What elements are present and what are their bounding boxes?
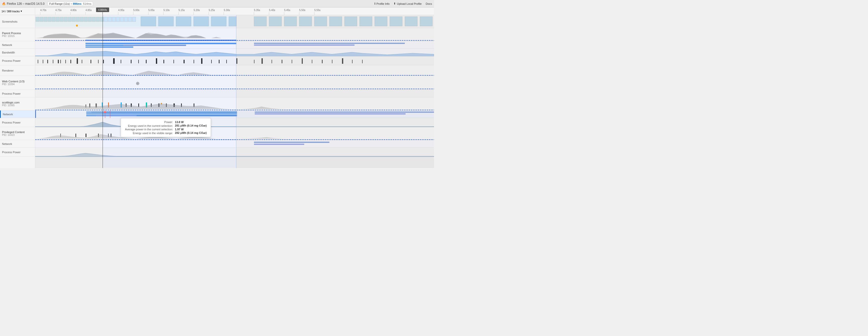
svg-rect-48 <box>76 17 80 22</box>
svg-rect-130 <box>362 60 363 63</box>
range-pill[interactable]: Full Range (11s) > 896ms 514ms <box>48 1 93 6</box>
app-header: 🔥 Firefox 126 – macOS 14.5.0 Full Range … <box>0 0 434 7</box>
profile-info-label: Profile Info <box>376 2 390 5</box>
svg-rect-43 <box>56 17 59 22</box>
svg-rect-51 <box>88 17 92 22</box>
privileged-svg <box>35 127 434 140</box>
svg-rect-101 <box>91 60 91 63</box>
svg-rect-103 <box>103 60 104 63</box>
svg-rect-97 <box>65 60 66 63</box>
upload-button[interactable]: ⬆ Upload Local Profile <box>394 2 422 5</box>
svg-point-63 <box>76 25 78 27</box>
label-process-power-1: Process Power <box>0 56 35 65</box>
svg-rect-175 <box>156 134 157 137</box>
svg-rect-115 <box>211 60 212 63</box>
svg-rect-87 <box>128 43 236 44</box>
svg-rect-123 <box>292 60 292 63</box>
svg-rect-47 <box>72 17 75 22</box>
svg-rect-86 <box>86 46 133 48</box>
svg-rect-129 <box>352 60 352 63</box>
svg-text:4.70s: 4.70s <box>40 9 46 11</box>
svg-rect-165 <box>255 113 406 114</box>
svg-rect-69 <box>229 16 236 26</box>
network-row-1 <box>35 41 434 49</box>
svg-rect-177 <box>186 134 187 137</box>
svg-rect-68 <box>211 16 226 26</box>
power-3-svg <box>35 118 434 127</box>
svg-rect-154 <box>86 115 96 116</box>
svg-rect-107 <box>138 60 139 63</box>
svg-rect-70 <box>254 16 267 26</box>
svg-rect-119 <box>254 60 254 63</box>
timeline-header: 4.70s 4.75s 4.80s 4.85s 4.8844s 4.95s 5.… <box>35 7 434 15</box>
svg-rect-118 <box>236 58 237 64</box>
svg-rect-61 <box>128 17 132 22</box>
svg-text:5.55s: 5.55s <box>314 9 320 11</box>
svg-rect-72 <box>284 16 297 26</box>
svg-rect-71 <box>269 16 282 26</box>
svg-rect-74 <box>314 16 327 26</box>
svg-rect-124 <box>302 58 303 64</box>
info-icon: ℹ <box>374 2 375 5</box>
svg-rect-94 <box>53 60 53 63</box>
label-process-power-2: Process Power <box>0 90 35 97</box>
svg-rect-126 <box>322 60 322 63</box>
range-label: Full Range (11s) <box>49 2 70 5</box>
svg-rect-109 <box>156 58 157 64</box>
profile-info-button[interactable]: ℹ Profile Info <box>374 2 390 5</box>
network-row-2-highlighted <box>35 110 434 118</box>
svg-rect-110 <box>163 60 164 63</box>
svg-rect-125 <box>312 60 312 63</box>
svg-rect-108 <box>146 60 147 63</box>
svg-rect-59 <box>120 17 124 22</box>
web-content-row: ⊕ <box>35 76 434 90</box>
svg-rect-80 <box>405 16 417 26</box>
docs-button[interactable]: Docs <box>426 2 432 5</box>
tracks-dropdown[interactable]: ▾ <box>21 9 22 13</box>
svg-rect-176 <box>166 134 166 137</box>
svg-rect-116 <box>219 60 219 63</box>
parent-process-row <box>35 28 434 41</box>
network-3-svg <box>35 140 434 147</box>
tracks-area[interactable]: ⊕ <box>35 15 434 168</box>
privileged-content-row <box>35 127 434 140</box>
label-privileged-content: Privileged Content PID: 10323 <box>0 127 35 140</box>
svg-rect-96 <box>60 60 61 63</box>
power-2-svg <box>35 90 434 97</box>
svg-rect-172 <box>126 134 126 137</box>
svg-rect-163 <box>136 115 237 116</box>
svg-rect-93 <box>47 60 48 63</box>
power-1-svg <box>35 56 434 65</box>
svg-text:5.20s: 5.20s <box>194 9 200 11</box>
svg-text:4.95s: 4.95s <box>118 9 124 11</box>
svg-rect-161 <box>114 111 237 113</box>
svg-rect-164 <box>255 111 434 113</box>
svg-text:4.75s: 4.75s <box>55 9 61 11</box>
label-renderer: Renderer <box>0 65 35 76</box>
screenshots-svg <box>35 15 434 28</box>
svg-rect-38 <box>36 17 39 22</box>
bandwidth-row <box>35 49 434 56</box>
svg-rect-162 <box>124 113 237 114</box>
svg-rect-89 <box>254 43 405 44</box>
svg-text:5.10s: 5.10s <box>163 9 169 11</box>
svg-text:5.40s: 5.40s <box>269 9 275 11</box>
label-process-power-3: Process Power <box>0 118 35 127</box>
svg-rect-92 <box>43 60 43 63</box>
svg-rect-50 <box>84 17 88 22</box>
left-panel: 14 / 388 tracks ▾ Screenshots Parent Pro… <box>0 7 35 168</box>
right-panel[interactable]: 4.70s 4.75s 4.80s 4.85s 4.8844s 4.95s 5.… <box>35 7 434 168</box>
label-web-content: Web Content (1/3) PID: 10394 <box>0 76 35 90</box>
svg-rect-98 <box>70 60 71 63</box>
svg-rect-67 <box>194 16 209 26</box>
svg-rect-112 <box>184 60 185 63</box>
svg-rect-56 <box>108 17 112 22</box>
svg-rect-39 <box>40 17 43 22</box>
svg-rect-73 <box>299 16 312 26</box>
svg-rect-53 <box>96 17 100 22</box>
svg-rect-122 <box>282 60 282 63</box>
svg-rect-173 <box>136 134 136 137</box>
scottlogic-row <box>35 97 434 110</box>
renderer-row <box>35 65 434 76</box>
svg-rect-40 <box>44 17 47 22</box>
